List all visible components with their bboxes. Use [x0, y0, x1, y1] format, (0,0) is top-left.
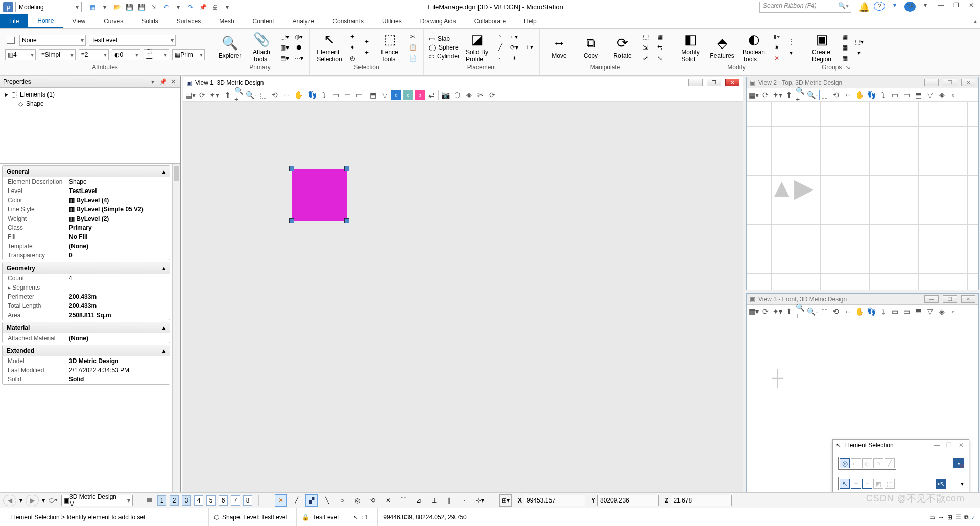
es-mode-line[interactable]: ╱ [885, 458, 895, 468]
v3-t7[interactable]: ⬚ [819, 306, 829, 317]
v2-t9[interactable]: ↔ [843, 90, 853, 100]
rotate-button[interactable]: ⟳Rotate [608, 31, 637, 64]
prim-ic1[interactable]: ◍▾ [293, 32, 304, 41]
panel-pin-icon[interactable]: 📌 [159, 78, 167, 85]
v1-walk-icon[interactable]: 👣 [307, 90, 317, 100]
v3-t16[interactable]: ▽ [925, 306, 935, 317]
move-button[interactable]: ↔Move [545, 31, 573, 64]
modify-solid-button[interactable]: ◧Modify Solid [676, 31, 705, 64]
view1-min[interactable]: — [688, 79, 703, 86]
modify-ic2[interactable]: ✷ [771, 43, 782, 52]
group-ic5[interactable]: ▾ [853, 48, 865, 57]
level-lock-icon[interactable]: 🔒 [302, 514, 309, 521]
tree-collapse-icon[interactable]: ▸ [5, 91, 8, 98]
snap-12[interactable]: ∥ [443, 494, 456, 507]
v3-t13[interactable]: ▭ [890, 306, 900, 317]
snap-multi[interactable]: ⊞▾ [499, 494, 512, 507]
view-btn-6[interactable]: 6 [219, 495, 228, 506]
nav-model-icon[interactable]: ⬭▾ [48, 495, 58, 506]
snap-10[interactable]: ⊿ [413, 494, 425, 507]
v1-t2[interactable]: ⟳ [197, 90, 207, 100]
view2-max[interactable]: ❐ [943, 79, 957, 86]
view1-max[interactable]: ❐ [707, 79, 721, 86]
panel-dd-icon[interactable]: ▾ [149, 78, 157, 85]
linestyle-dropdown[interactable]: ≡ Simpl [39, 49, 76, 60]
view-btn-2[interactable]: 2 [170, 495, 179, 506]
v2-t6[interactable]: 🔍- [807, 90, 818, 100]
x-input[interactable] [524, 495, 585, 506]
sel-ic2[interactable]: ✦ [347, 43, 358, 52]
element-selection-dialog[interactable]: ↖ Element Selection — ❐ ✕ ◎ ▭ ◇ ○ ╱ [832, 439, 969, 496]
weight-dropdown[interactable]: ≡ 2 [79, 49, 109, 60]
v3-t9[interactable]: ↔ [843, 306, 853, 317]
z-input[interactable] [671, 495, 732, 506]
es-min[interactable]: — [932, 442, 941, 449]
geometry-header[interactable]: Geometry▴ [3, 262, 170, 274]
redo-icon[interactable]: ↷ [186, 3, 195, 12]
view3-max[interactable]: ❐ [943, 295, 957, 303]
priority-dropdown[interactable]: ⬚ — [144, 49, 169, 60]
v2-t1[interactable]: ▦▾ [749, 90, 759, 100]
tab-home[interactable]: Home [28, 14, 63, 28]
material-header[interactable]: Material▴ [3, 322, 170, 333]
tab-constraints[interactable]: Constraints [323, 14, 373, 28]
v1-t16[interactable]: ⬒ [368, 90, 378, 100]
v2-t4[interactable]: ⬆ [784, 90, 794, 100]
v1-camera-icon[interactable]: 📷 [440, 90, 450, 100]
prim-ic2[interactable]: ⬢ [293, 43, 304, 52]
element-tree[interactable]: ▸⬚Elements (1) ◇Shape [0, 88, 180, 163]
undo-icon[interactable]: ↶ [161, 3, 171, 12]
group-ic2[interactable]: ▦ [839, 43, 850, 52]
element-template-dropdown[interactable]: None [19, 35, 86, 46]
snap-13[interactable]: · [459, 494, 471, 507]
es-method-clear[interactable]: ⬚ [885, 479, 895, 489]
es-select-all-icon[interactable]: ▪↖ [936, 479, 946, 489]
snap-9[interactable]: ⌒ [397, 494, 410, 507]
es-mode-block[interactable]: ▭ [851, 458, 861, 468]
ribbon-collapse-icon[interactable]: ▴ [974, 18, 977, 25]
sel-ic4[interactable]: ✦ [361, 37, 372, 46]
v1-zoom-out-icon[interactable]: 🔍+ [234, 90, 245, 100]
view-btn-4[interactable]: 4 [194, 495, 203, 506]
qat-btn-2[interactable]: ▾ [100, 3, 109, 12]
levels-icon[interactable]: ▤▾ [279, 54, 290, 63]
v1-zoom-in-icon[interactable]: ⬆ [223, 90, 233, 100]
v3-t8[interactable]: ⟲ [831, 306, 841, 317]
snap-7[interactable]: ⟲ [367, 494, 379, 507]
user-dd[interactable]: ▾ [920, 2, 931, 13]
es-disable-icon[interactable]: ▪⦸ [953, 458, 964, 468]
v3-t17[interactable]: ◈ [937, 306, 947, 317]
tab-view[interactable]: View [63, 14, 94, 28]
v1-t8[interactable]: ⟲ [270, 90, 280, 100]
help-icon[interactable]: ? [874, 2, 885, 11]
prim-ic3[interactable]: ⋯▾ [293, 54, 304, 63]
v2-t11[interactable]: 👣 [866, 90, 876, 100]
es-mode-circle[interactable]: ○ [873, 458, 883, 468]
es-method-new[interactable]: ↖ [840, 479, 850, 489]
active-model-dropdown[interactable]: ▣ 3D Metric Design M [61, 495, 133, 506]
group-ic3[interactable]: ▦ [839, 54, 850, 63]
models-icon[interactable]: ⬚▾ [279, 32, 290, 41]
view3-min[interactable]: — [924, 295, 939, 303]
panel-close-icon[interactable]: ✕ [169, 78, 177, 85]
v1-t18[interactable]: ▫ [391, 90, 401, 100]
view2-min[interactable]: — [924, 79, 939, 86]
tab-solids[interactable]: Solids [132, 14, 168, 28]
properties-scrollbar[interactable] [172, 164, 180, 508]
snap-1[interactable]: ✕ [275, 494, 287, 507]
help-dd[interactable]: ▾ [889, 2, 900, 13]
sel-ic1[interactable]: ✦ [347, 32, 358, 41]
v3-t12[interactable]: ⤵ [878, 306, 888, 317]
sel-ic5[interactable]: ✦ [361, 48, 372, 57]
es-expand-icon[interactable]: ▾ [961, 480, 964, 487]
nav-back[interactable]: ◀ [3, 495, 16, 506]
manip-ic4[interactable]: ▦ [654, 32, 665, 41]
copy-button[interactable]: ⧉Copy [577, 31, 605, 64]
v3-t4[interactable]: ⬆ [784, 306, 794, 317]
snap-14[interactable]: ⊹▾ [474, 494, 486, 507]
place-sun-icon[interactable]: ☀ [509, 54, 520, 63]
v3-t14[interactable]: ▭ [901, 306, 912, 317]
v1-t1[interactable]: ▦▾ [185, 90, 196, 100]
v3-t3[interactable]: ✦▾ [772, 306, 782, 317]
copy-icon[interactable]: 📋 [407, 43, 418, 52]
